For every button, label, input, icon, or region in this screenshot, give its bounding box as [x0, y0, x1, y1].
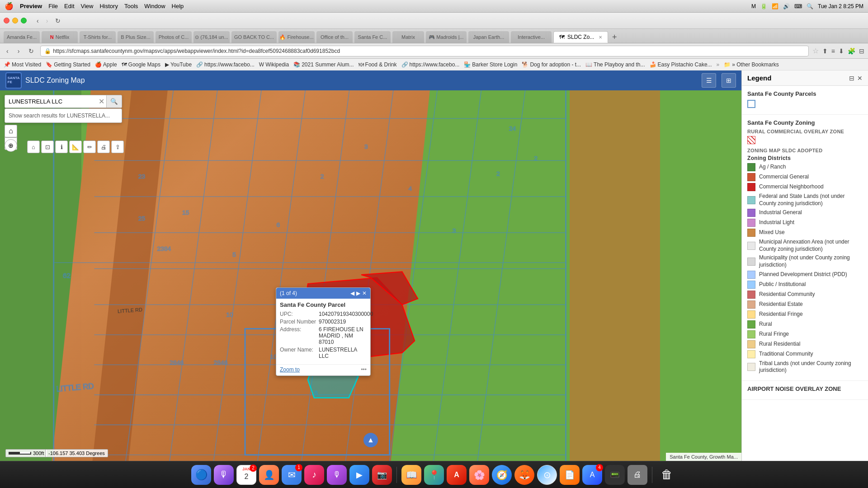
- dock-maps[interactable]: 📍: [424, 465, 444, 485]
- map-area[interactable]: SANTAFE SLDC Zoning Map ☰ ⊞ ✕ 🔍 Show sea…: [0, 70, 741, 461]
- bookmark-facebook1[interactable]: 🔗 https://www.facebo...: [196, 61, 255, 68]
- menu-history[interactable]: History: [99, 3, 118, 9]
- hamburger-menu-button[interactable]: ☰: [702, 73, 716, 88]
- layers-button[interactable]: ⊞: [722, 73, 736, 88]
- dock-calendar[interactable]: JAN 2 2: [236, 465, 256, 485]
- menu-window[interactable]: Window: [144, 3, 165, 9]
- extensions-icon[interactable]: 🧩: [848, 47, 855, 55]
- identify-button[interactable]: ℹ: [55, 141, 68, 153]
- url-bar[interactable]: 🔒 https://sfcmaps.santafecountynm.gov/ma…: [40, 46, 808, 56]
- back-button[interactable]: ‹: [34, 16, 42, 26]
- home-button[interactable]: ⌂: [27, 141, 40, 153]
- popup-close-button[interactable]: ✕: [362, 290, 367, 296]
- dock-contacts[interactable]: 👤: [259, 465, 279, 485]
- search-clear-button[interactable]: ✕: [97, 97, 106, 106]
- dock-chrome[interactable]: ⊙: [537, 465, 557, 485]
- reload-btn-urlbar[interactable]: ↻: [26, 46, 37, 56]
- dock-acrobat[interactable]: A: [447, 465, 467, 485]
- bookmark-apple[interactable]: 🍎 Apple: [95, 61, 117, 68]
- window-maximize-button[interactable]: [21, 18, 27, 23]
- window-minimize-button[interactable]: [12, 18, 18, 23]
- reload-button[interactable]: ↻: [52, 16, 63, 26]
- tab-inactive[interactable]: Amanda Fe...: [4, 31, 40, 43]
- popup-next-button[interactable]: ▶: [356, 290, 360, 296]
- bookmark-dog[interactable]: 🐕 Dog for adoption - t...: [522, 61, 581, 68]
- download-icon[interactable]: ⬇: [839, 47, 844, 55]
- menubar-search-icon[interactable]: 🔍: [807, 3, 813, 9]
- share-icon[interactable]: ⬆: [822, 47, 828, 55]
- bookmark-summer[interactable]: 📚 2021 Summer Alum...: [293, 61, 354, 68]
- tab-santafe[interactable]: Santa Fe C...: [354, 31, 391, 43]
- bookmark-food[interactable]: 🍽 Food & Drink: [359, 61, 397, 68]
- bookmark-most-visited[interactable]: 📌 Most Visited: [4, 61, 41, 68]
- dock-photos[interactable]: 🌸: [469, 465, 489, 485]
- dock-finder[interactable]: 🔵: [191, 465, 211, 485]
- forward-button[interactable]: ›: [43, 16, 51, 26]
- legend-collapse-button[interactable]: ⊟: [849, 75, 854, 82]
- dock-podcasts[interactable]: 🎙: [327, 465, 347, 485]
- bookmark-google-maps[interactable]: 🗺 Google Maps: [122, 61, 160, 68]
- dock-printer[interactable]: 🖨: [627, 465, 647, 485]
- legend-close-button[interactable]: ✕: [857, 75, 863, 82]
- tab-sldc-active[interactable]: 🗺 SLDC Zo... ✕: [553, 31, 608, 43]
- compass-button[interactable]: ⊕: [5, 139, 17, 152]
- apple-menu[interactable]: 🍎: [5, 2, 14, 10]
- bookmark-wikipedia[interactable]: W Wikipedia: [259, 61, 289, 68]
- dock-pages[interactable]: 📄: [560, 465, 580, 485]
- sidebar-toggle-icon[interactable]: ⊟: [859, 47, 864, 55]
- tab-madroids[interactable]: 🎮 Madroids |...: [426, 31, 467, 43]
- tab-interactive[interactable]: Interactive...: [511, 31, 552, 43]
- tab-photos[interactable]: Photos of C...: [156, 31, 192, 43]
- bookmark-star-icon[interactable]: ☆: [812, 47, 819, 55]
- menu-preview[interactable]: Preview: [20, 3, 42, 9]
- forward-btn-urlbar[interactable]: ›: [15, 46, 23, 56]
- tab-76k[interactable]: ⊙ (76,184 un...: [193, 31, 230, 43]
- dock-safari[interactable]: 🧭: [492, 465, 512, 485]
- tab-firehouse[interactable]: 🔥 Firehouse...: [278, 31, 315, 43]
- tab-tshirts[interactable]: T-Shirts for...: [80, 31, 116, 43]
- home-nav-button[interactable]: ⌂: [5, 125, 17, 138]
- tab-close-button[interactable]: ✕: [599, 35, 602, 40]
- tab-office[interactable]: Office of th...: [316, 31, 353, 43]
- back-btn-urlbar[interactable]: ‹: [4, 46, 11, 56]
- menu-view[interactable]: View: [81, 3, 94, 9]
- dock-music[interactable]: ♪: [304, 465, 324, 485]
- dock-appstore[interactable]: A 4: [582, 465, 602, 485]
- bookmark-facebook2[interactable]: 🔗 https://www.facebo...: [401, 61, 460, 68]
- tab-matrix[interactable]: Matrix: [392, 31, 424, 43]
- search-input[interactable]: [5, 95, 97, 108]
- dock-trash[interactable]: 🗑: [657, 465, 677, 485]
- draw-button[interactable]: ✏: [83, 141, 96, 153]
- zoom-extent-button[interactable]: ⊡: [41, 141, 54, 153]
- print-button[interactable]: 🖨: [97, 141, 110, 153]
- zoom-to-link[interactable]: Zoom to: [280, 366, 300, 373]
- window-close-button[interactable]: [4, 18, 9, 23]
- bookmark-barker[interactable]: 🏪 Barker Store Login: [464, 61, 517, 68]
- reader-view-icon[interactable]: ≡: [831, 47, 835, 55]
- dock-siri[interactable]: 🎙: [214, 465, 234, 485]
- new-tab-button[interactable]: +: [608, 31, 621, 43]
- tab-japan[interactable]: Japan Earth...: [468, 31, 509, 43]
- menu-help[interactable]: Help: [172, 3, 184, 9]
- bookmark-youtube[interactable]: ▶ YouTube: [165, 61, 192, 68]
- bookmark-getting-started[interactable]: 🔖 Getting Started: [46, 61, 90, 68]
- bookmark-other[interactable]: 📁 » Other Bookmarks: [724, 61, 778, 68]
- dock-foliolink[interactable]: 📷: [372, 465, 392, 485]
- dock-itunes[interactable]: ▶: [349, 465, 369, 485]
- search-submit-button[interactable]: 🔍: [106, 95, 122, 108]
- popup-prev-button[interactable]: ◀: [350, 290, 354, 296]
- bookmark-pistachio[interactable]: 🍰 Easy Pistachio Cake...: [650, 61, 712, 68]
- menu-tools[interactable]: Tools: [124, 3, 138, 9]
- popup-more-button[interactable]: •••: [361, 366, 367, 373]
- menu-file[interactable]: File: [48, 3, 58, 9]
- bookmarks-overflow[interactable]: »: [717, 61, 720, 68]
- dock-firefox[interactable]: 🦊: [514, 465, 534, 485]
- tab-netflix[interactable]: N Netflix: [42, 31, 78, 43]
- dock-books[interactable]: 📖: [401, 465, 421, 485]
- expand-button[interactable]: ▲: [363, 433, 378, 447]
- measure-button[interactable]: 📐: [69, 141, 82, 153]
- dock-mail[interactable]: ✉ 1: [282, 465, 302, 485]
- tab-goback[interactable]: GO BACK TO C...: [231, 31, 277, 43]
- bookmark-playboy[interactable]: 📖 The Playboy and th...: [585, 61, 645, 68]
- share-button[interactable]: ⇪: [111, 141, 124, 153]
